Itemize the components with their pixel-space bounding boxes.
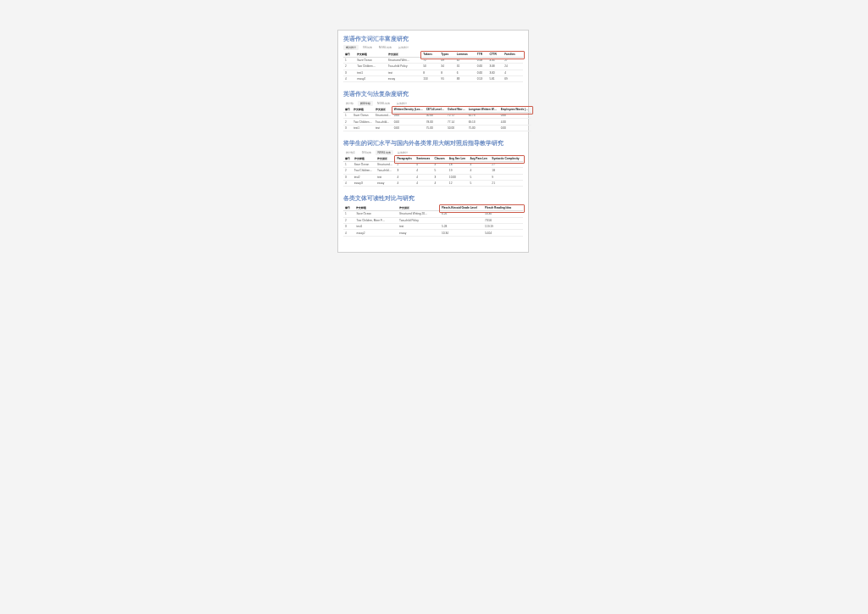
data-table: 编号作文标题作文描述ParagraphsSentencesClausesAvg … [343, 156, 523, 187]
tab[interactable]: 统计数1 [343, 150, 358, 155]
table-row[interactable]: 4essay2essay10.3454.04 [343, 230, 523, 236]
cell: essay [398, 230, 440, 236]
table-row[interactable]: 1Save OceanStructured Writing 20…6.2650.… [343, 211, 523, 217]
tab[interactable]: 其他统计 [394, 101, 409, 106]
cell: 1 [343, 161, 353, 167]
cell: 119.19 [483, 223, 523, 229]
cell: 5 [433, 168, 448, 174]
section: 英语作文词汇丰富度研究概况统计GS词表NGSL词表其他统计编号作文标题作文描述T… [343, 36, 523, 82]
table-row[interactable]: 3test1test0.6075.0050.0075.000.00 [343, 125, 531, 131]
table-row[interactable]: 1Save OceanStructured…0.6050.0072.7262.7… [343, 113, 531, 119]
table-row[interactable]: 4essay2essay15395830.535.8169 [343, 75, 523, 81]
cell: essay3 [353, 181, 376, 187]
section-title: 英语作文词汇丰富度研究 [343, 36, 523, 42]
cell: 5 [469, 181, 491, 187]
cell: 10.34 [440, 230, 483, 236]
cell: Two-child… [374, 119, 392, 125]
tab[interactable]: 其他统计 [395, 150, 410, 155]
cell: 31 [455, 64, 476, 70]
cell: 21 [490, 181, 523, 187]
col-header: 编号 [343, 205, 354, 211]
col-header: 作文标题 [355, 51, 387, 57]
cell: 95 [439, 75, 454, 81]
cell: test1 [355, 70, 387, 75]
cell: 2 [395, 161, 415, 167]
cell: Save Ocean [352, 113, 374, 119]
cell: 50.30 [483, 211, 523, 217]
cell: 27 [503, 57, 523, 63]
cell: 4 [343, 75, 355, 81]
cell: 0.60 [392, 113, 425, 119]
cell: 9 [490, 174, 523, 180]
tab[interactable]: 其他统计 [396, 45, 411, 50]
cell: 18 [448, 161, 469, 167]
cell: 62.73 [467, 113, 499, 119]
cell: essay [376, 181, 395, 187]
col-header: 作文描述 [374, 107, 392, 113]
col-header: 作文描述 [376, 156, 395, 162]
tab[interactable]: 频率常模 [358, 101, 373, 106]
table-row[interactable]: 1Save OceanStructured Writi…7249420.584.… [343, 57, 523, 63]
section-title: 各类文体可读性对比与研究 [343, 195, 523, 202]
tab[interactable]: 概况统计 [343, 45, 359, 50]
table-row[interactable]: 1Save OceanStructured…24418427 [343, 161, 523, 167]
col-header: Avg Para Len [469, 156, 491, 162]
col-header: 编号 [343, 107, 352, 113]
cell: Two-child… [376, 168, 395, 174]
cell: 34 [439, 64, 454, 70]
col-header: Clauses [433, 156, 448, 162]
col-header: Employees Words (%)… [499, 107, 531, 113]
tab[interactable]: NGSL词表 [376, 150, 393, 155]
cell: 4 [469, 168, 491, 174]
table-row[interactable]: 3test1test8860.603.604 [343, 70, 523, 75]
table-row[interactable]: 2Two Children, More F…Two-child Policy70… [343, 217, 523, 223]
col-header: TTR [476, 51, 488, 57]
cell: 8 [439, 70, 454, 75]
col-header: Written Density (Lexi… [392, 107, 425, 113]
cell: 3.60 [487, 70, 503, 75]
cell: 54.04 [483, 230, 523, 236]
cell: Structured Writi… [387, 57, 421, 63]
table-row[interactable]: 2Two Children…Two-child…0.6078.0077.1469… [343, 119, 531, 125]
cell: Structured Writing 20… [398, 211, 440, 217]
cell: 0.58 [476, 57, 488, 63]
cell: 6 [455, 70, 476, 75]
tab-bar: 概况统计GS词表NGSL词表其他统计 [343, 45, 523, 50]
cell: 3 [343, 125, 352, 131]
table-row[interactable]: 4essay3essay44412521 [343, 181, 523, 187]
cell: 4 [469, 161, 491, 167]
col-header: Oxford Wor… [446, 107, 467, 113]
cell: 24 [503, 64, 523, 70]
cell: 49 [439, 57, 454, 63]
table-row[interactable]: 2Two Children…Two-child…34519418 [343, 168, 523, 174]
cell: 4 [395, 181, 415, 187]
tab[interactable]: NGSL词表 [376, 45, 394, 50]
analysis-card: 英语作文词汇丰富度研究概况统计GS词表NGSL词表其他统计编号作文标题作文描述T… [337, 30, 529, 253]
cell: 3.68 [487, 64, 503, 70]
table-row[interactable]: 2Two Children…Two-child Policy5034310.60… [343, 64, 523, 70]
table-row[interactable]: 3test2test44310.0059 [343, 174, 523, 180]
cell: 50 [421, 64, 439, 70]
cell: 1 [343, 113, 352, 119]
col-header: Sentences [415, 156, 432, 162]
cell: 77.14 [446, 119, 467, 125]
cell: Two-child Policy [387, 64, 421, 70]
data-table: 编号作文标题作文描述Written Density (Lexi…CET-4 Le… [343, 107, 531, 132]
tab[interactable]: GS词表 [360, 45, 375, 50]
section-title: 将学生的词汇水平与国内外各类常用大纲对照后指导教学研究 [343, 140, 523, 147]
tab[interactable]: GS词表 [359, 150, 374, 155]
cell: 0.53 [476, 75, 488, 81]
cell: Two Children… [355, 64, 387, 70]
cell: 42 [455, 57, 476, 63]
cell: 18 [490, 168, 523, 174]
tab[interactable]: 统计数 [343, 101, 356, 106]
tab[interactable]: NGSL词表 [375, 101, 392, 106]
cell: 4.00 [499, 119, 531, 125]
cell: test [374, 125, 392, 131]
cell: test [387, 70, 421, 75]
col-header: 作文标题 [352, 107, 374, 113]
table-row[interactable]: 3test1test5.28119.19 [343, 223, 523, 229]
cell: 27 [490, 161, 523, 167]
cell: 4 [433, 161, 448, 167]
data-table: 编号作文标题作文描述TokensTypesLemmasTTRCTTRFamili… [343, 51, 523, 82]
